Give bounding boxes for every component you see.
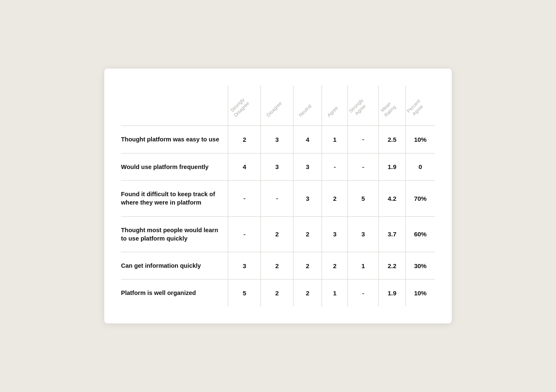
col-label-mean-rating: MeanRating (379, 100, 397, 118)
cell-strongly_agree-5: - (348, 279, 378, 307)
col-header-mean-rating: MeanRating (378, 85, 405, 126)
cell-disagree-4: 2 (261, 252, 293, 279)
cell-percent_agree-2: 70% (405, 180, 435, 216)
table-row: Thought platform was easy to use2341-2.5… (121, 126, 435, 153)
cell-mean_rating-1: 1.9 (378, 153, 405, 180)
cell-disagree-2: - (261, 180, 293, 216)
table-row: Found it difficult to keep track of wher… (121, 180, 435, 216)
col-header-agree: Agree (322, 85, 348, 126)
cell-agree-2: 2 (322, 180, 348, 216)
cell-strongly_agree-4: 1 (348, 252, 378, 279)
cell-disagree-5: 2 (261, 279, 293, 307)
cell-percent_agree-3: 60% (405, 216, 435, 252)
col-label-disagree: Disagree (265, 100, 283, 118)
cell-percent_agree-1: 0 (405, 153, 435, 180)
cell-agree-5: 1 (322, 279, 348, 307)
cell-agree-4: 2 (322, 252, 348, 279)
cell-neutral-5: 2 (293, 279, 322, 307)
col-label-strongly-agree: StronglyAgree (348, 97, 369, 118)
cell-mean_rating-5: 1.9 (378, 279, 405, 307)
cell-agree-0: 1 (322, 126, 348, 153)
cell-disagree-3: 2 (261, 216, 293, 252)
col-header-question (121, 85, 228, 126)
cell-disagree-1: 3 (261, 153, 293, 180)
cell-agree-3: 3 (322, 216, 348, 252)
survey-table: StronglyDisagree Disagree Neutral Agree (121, 85, 435, 306)
cell-question-4: Can get information quickly (121, 252, 228, 279)
cell-mean_rating-2: 4.2 (378, 180, 405, 216)
cell-agree-1: - (322, 153, 348, 180)
cell-mean_rating-4: 2.2 (378, 252, 405, 279)
survey-table-card: StronglyDisagree Disagree Neutral Agree (104, 69, 452, 323)
table-row: Can get information quickly322212.230% (121, 252, 435, 279)
cell-strongly_disagree-0: 2 (228, 126, 261, 153)
cell-neutral-4: 2 (293, 252, 322, 279)
cell-mean_rating-3: 3.7 (378, 216, 405, 252)
cell-strongly_agree-0: - (348, 126, 378, 153)
cell-strongly_disagree-4: 3 (228, 252, 261, 279)
cell-question-3: Thought most people would learn to use p… (121, 216, 228, 252)
cell-question-2: Found it difficult to keep track of wher… (121, 180, 228, 216)
col-label-neutral: Neutral (298, 103, 313, 118)
col-label-strongly-disagree: StronglyDisagree (229, 96, 250, 118)
col-header-disagree: Disagree (261, 85, 293, 126)
cell-strongly_disagree-2: - (228, 180, 261, 216)
cell-neutral-0: 4 (293, 126, 322, 153)
cell-neutral-2: 3 (293, 180, 322, 216)
cell-neutral-3: 2 (293, 216, 322, 252)
cell-question-1: Would use platform frequently (121, 153, 228, 180)
cell-strongly_disagree-5: 5 (228, 279, 261, 307)
cell-question-5: Platform is well organized (121, 279, 228, 307)
col-header-neutral: Neutral (293, 85, 322, 126)
cell-percent_agree-0: 10% (405, 126, 435, 153)
cell-neutral-1: 3 (293, 153, 322, 180)
cell-strongly_agree-1: - (348, 153, 378, 180)
col-header-strongly-disagree: StronglyDisagree (228, 85, 261, 126)
cell-strongly_agree-2: 5 (348, 180, 378, 216)
cell-disagree-0: 3 (261, 126, 293, 153)
cell-question-0: Thought platform was easy to use (121, 126, 228, 153)
cell-strongly_agree-3: 3 (348, 216, 378, 252)
cell-percent_agree-5: 10% (405, 279, 435, 307)
cell-percent_agree-4: 30% (405, 252, 435, 279)
table-row: Platform is well organized5221-1.910% (121, 279, 435, 307)
cell-strongly_disagree-1: 4 (228, 153, 261, 180)
cell-strongly_disagree-3: - (228, 216, 261, 252)
table-row: Thought most people would learn to use p… (121, 216, 435, 252)
table-row: Would use platform frequently433--1.90 (121, 153, 435, 180)
col-header-percent-agree: PercentAgree (405, 85, 435, 126)
col-label-percent-agree: PercentAgree (406, 98, 426, 118)
col-header-strongly-agree: StronglyAgree (348, 85, 378, 126)
cell-mean_rating-0: 2.5 (378, 126, 405, 153)
col-label-agree: Agree (327, 105, 340, 118)
